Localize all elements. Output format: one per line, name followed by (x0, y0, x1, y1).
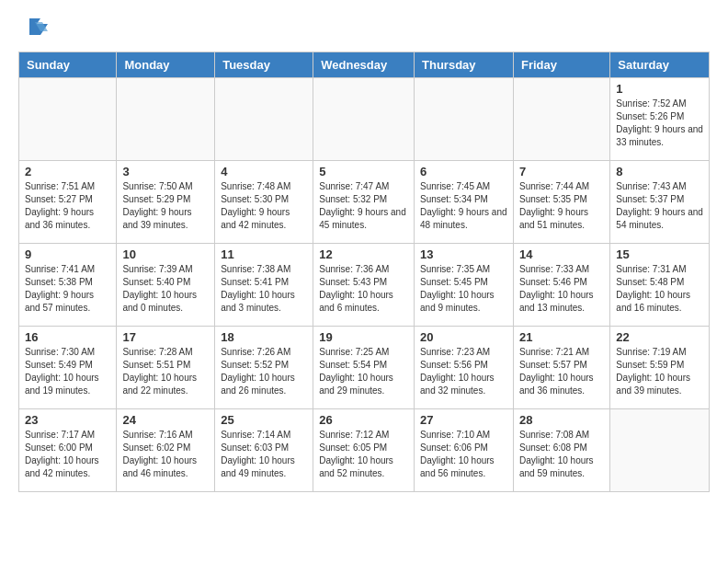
weekday-wednesday: Wednesday (313, 52, 415, 78)
calendar-cell: 18Sunrise: 7:26 AM Sunset: 5:52 PM Dayli… (215, 327, 313, 409)
day-number: 9 (25, 247, 110, 261)
week-row-0: 1Sunrise: 7:52 AM Sunset: 5:26 PM Daylig… (19, 78, 710, 161)
calendar-cell: 13Sunrise: 7:35 AM Sunset: 5:45 PM Dayli… (415, 244, 514, 327)
calendar-cell: 21Sunrise: 7:21 AM Sunset: 5:57 PM Dayli… (513, 327, 609, 409)
day-number: 18 (221, 330, 307, 344)
calendar-cell: 4Sunrise: 7:48 AM Sunset: 5:30 PM Daylig… (215, 161, 313, 244)
day-number: 24 (122, 413, 209, 427)
calendar-cell (117, 78, 215, 161)
calendar-cell (513, 78, 609, 161)
day-number: 15 (616, 247, 703, 261)
day-info: Sunrise: 7:36 AM Sunset: 5:43 PM Dayligh… (319, 263, 408, 315)
day-number: 27 (420, 413, 507, 427)
day-info: Sunrise: 7:28 AM Sunset: 5:51 PM Dayligh… (122, 346, 209, 397)
day-number: 11 (221, 247, 307, 261)
day-info: Sunrise: 7:12 AM Sunset: 6:05 PM Dayligh… (319, 429, 408, 480)
day-info: Sunrise: 7:23 AM Sunset: 5:56 PM Dayligh… (420, 346, 507, 397)
calendar-cell: 25Sunrise: 7:14 AM Sunset: 6:03 PM Dayli… (215, 409, 313, 492)
day-number: 2 (25, 165, 110, 178)
weekday-sunday: Sunday (19, 52, 117, 78)
calendar-cell: 28Sunrise: 7:08 AM Sunset: 6:08 PM Dayli… (513, 409, 609, 492)
header (18, 15, 710, 40)
calendar-cell: 7Sunrise: 7:44 AM Sunset: 5:35 PM Daylig… (513, 161, 609, 244)
day-number: 26 (319, 413, 408, 427)
calendar-cell: 16Sunrise: 7:30 AM Sunset: 5:49 PM Dayli… (19, 327, 117, 409)
day-number: 10 (122, 247, 209, 261)
calendar-cell: 9Sunrise: 7:41 AM Sunset: 5:38 PM Daylig… (19, 244, 117, 327)
day-info: Sunrise: 7:16 AM Sunset: 6:02 PM Dayligh… (122, 429, 209, 480)
week-row-2: 9Sunrise: 7:41 AM Sunset: 5:38 PM Daylig… (19, 244, 710, 327)
day-info: Sunrise: 7:48 AM Sunset: 5:30 PM Dayligh… (221, 180, 307, 232)
day-info: Sunrise: 7:26 AM Sunset: 5:52 PM Dayligh… (221, 346, 307, 397)
day-info: Sunrise: 7:35 AM Sunset: 5:45 PM Dayligh… (420, 263, 507, 315)
day-number: 25 (221, 413, 307, 427)
calendar-cell: 19Sunrise: 7:25 AM Sunset: 5:54 PM Dayli… (313, 327, 415, 409)
day-number: 28 (519, 413, 604, 427)
day-number: 16 (25, 330, 110, 344)
day-info: Sunrise: 7:43 AM Sunset: 5:37 PM Dayligh… (616, 180, 703, 232)
day-info: Sunrise: 7:31 AM Sunset: 5:48 PM Dayligh… (616, 263, 703, 315)
calendar-cell: 17Sunrise: 7:28 AM Sunset: 5:51 PM Dayli… (117, 327, 215, 409)
calendar-cell: 22Sunrise: 7:19 AM Sunset: 5:59 PM Dayli… (610, 327, 710, 409)
weekday-thursday: Thursday (415, 52, 514, 78)
day-number: 20 (420, 330, 507, 344)
day-number: 3 (122, 165, 209, 178)
logo-icon (22, 15, 48, 40)
weekday-tuesday: Tuesday (215, 52, 313, 78)
calendar-cell: 3Sunrise: 7:50 AM Sunset: 5:29 PM Daylig… (117, 161, 215, 244)
calendar-cell: 26Sunrise: 7:12 AM Sunset: 6:05 PM Dayli… (313, 409, 415, 492)
calendar-cell: 5Sunrise: 7:47 AM Sunset: 5:32 PM Daylig… (313, 161, 415, 244)
day-info: Sunrise: 7:41 AM Sunset: 5:38 PM Dayligh… (25, 263, 110, 315)
day-number: 4 (221, 165, 307, 178)
calendar-cell: 24Sunrise: 7:16 AM Sunset: 6:02 PM Dayli… (117, 409, 215, 492)
day-info: Sunrise: 7:08 AM Sunset: 6:08 PM Dayligh… (519, 429, 604, 480)
day-info: Sunrise: 7:25 AM Sunset: 5:54 PM Dayligh… (319, 346, 408, 397)
calendar-cell (610, 409, 710, 492)
day-info: Sunrise: 7:47 AM Sunset: 5:32 PM Dayligh… (319, 180, 408, 232)
weekday-friday: Friday (513, 52, 609, 78)
day-number: 7 (519, 165, 604, 178)
calendar-cell: 2Sunrise: 7:51 AM Sunset: 5:27 PM Daylig… (19, 161, 117, 244)
calendar-cell: 6Sunrise: 7:45 AM Sunset: 5:34 PM Daylig… (415, 161, 514, 244)
day-info: Sunrise: 7:38 AM Sunset: 5:41 PM Dayligh… (221, 263, 307, 315)
calendar-cell (313, 78, 415, 161)
day-info: Sunrise: 7:44 AM Sunset: 5:35 PM Dayligh… (519, 180, 604, 232)
page: SundayMondayTuesdayWednesdayThursdayFrid… (0, 0, 728, 511)
day-number: 21 (519, 330, 604, 344)
weekday-monday: Monday (117, 52, 215, 78)
day-info: Sunrise: 7:30 AM Sunset: 5:49 PM Dayligh… (25, 346, 110, 397)
calendar-cell: 1Sunrise: 7:52 AM Sunset: 5:26 PM Daylig… (610, 78, 710, 161)
day-info: Sunrise: 7:19 AM Sunset: 5:59 PM Dayligh… (616, 346, 703, 397)
calendar-cell: 20Sunrise: 7:23 AM Sunset: 5:56 PM Dayli… (415, 327, 514, 409)
week-row-1: 2Sunrise: 7:51 AM Sunset: 5:27 PM Daylig… (19, 161, 710, 244)
day-number: 1 (616, 82, 703, 96)
day-info: Sunrise: 7:21 AM Sunset: 5:57 PM Dayligh… (519, 346, 604, 397)
day-info: Sunrise: 7:52 AM Sunset: 5:26 PM Dayligh… (616, 98, 703, 149)
calendar-cell: 14Sunrise: 7:33 AM Sunset: 5:46 PM Dayli… (513, 244, 609, 327)
week-row-4: 23Sunrise: 7:17 AM Sunset: 6:00 PM Dayli… (19, 409, 710, 492)
calendar-cell: 27Sunrise: 7:10 AM Sunset: 6:06 PM Dayli… (415, 409, 514, 492)
weekday-header-row: SundayMondayTuesdayWednesdayThursdayFrid… (19, 52, 710, 78)
day-info: Sunrise: 7:51 AM Sunset: 5:27 PM Dayligh… (25, 180, 110, 232)
calendar-cell (415, 78, 514, 161)
day-number: 13 (420, 247, 507, 261)
day-info: Sunrise: 7:17 AM Sunset: 6:00 PM Dayligh… (25, 429, 110, 480)
day-number: 23 (25, 413, 110, 427)
calendar-cell: 15Sunrise: 7:31 AM Sunset: 5:48 PM Dayli… (610, 244, 710, 327)
day-number: 12 (319, 247, 408, 261)
day-number: 6 (420, 165, 507, 178)
calendar-table: SundayMondayTuesdayWednesdayThursdayFrid… (18, 52, 710, 492)
calendar-cell (215, 78, 313, 161)
week-row-3: 16Sunrise: 7:30 AM Sunset: 5:49 PM Dayli… (19, 327, 710, 409)
logo (18, 15, 48, 40)
calendar-cell (19, 78, 117, 161)
calendar-cell: 23Sunrise: 7:17 AM Sunset: 6:00 PM Dayli… (19, 409, 117, 492)
day-number: 14 (519, 247, 604, 261)
day-number: 5 (319, 165, 408, 178)
day-info: Sunrise: 7:10 AM Sunset: 6:06 PM Dayligh… (420, 429, 507, 480)
day-info: Sunrise: 7:33 AM Sunset: 5:46 PM Dayligh… (519, 263, 604, 315)
calendar-cell: 8Sunrise: 7:43 AM Sunset: 5:37 PM Daylig… (610, 161, 710, 244)
day-info: Sunrise: 7:45 AM Sunset: 5:34 PM Dayligh… (420, 180, 507, 232)
calendar-cell: 10Sunrise: 7:39 AM Sunset: 5:40 PM Dayli… (117, 244, 215, 327)
day-number: 17 (122, 330, 209, 344)
